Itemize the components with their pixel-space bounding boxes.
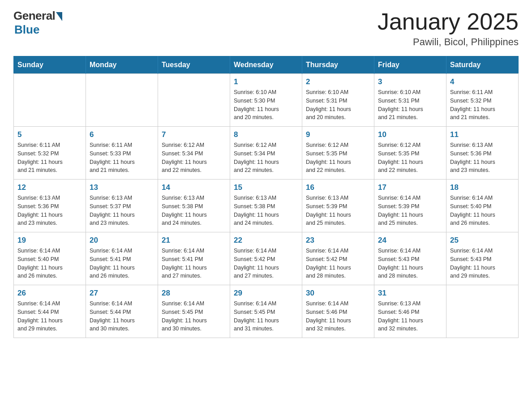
day-info: Sunrise: 6:14 AM Sunset: 5:39 PM Dayligh… bbox=[378, 194, 442, 227]
day-info: Sunrise: 6:13 AM Sunset: 5:38 PM Dayligh… bbox=[234, 194, 298, 227]
calendar-cell: 17Sunrise: 6:14 AM Sunset: 5:39 PM Dayli… bbox=[374, 180, 446, 232]
day-info: Sunrise: 6:10 AM Sunset: 5:31 PM Dayligh… bbox=[378, 88, 442, 122]
calendar-table: SundayMondayTuesdayWednesdayThursdayFrid… bbox=[13, 56, 519, 338]
calendar-cell: 8Sunrise: 6:12 AM Sunset: 5:34 PM Daylig… bbox=[230, 127, 302, 180]
day-number: 22 bbox=[234, 236, 298, 245]
calendar-cell bbox=[158, 74, 230, 127]
day-info: Sunrise: 6:10 AM Sunset: 5:30 PM Dayligh… bbox=[234, 88, 298, 122]
calendar-cell: 19Sunrise: 6:14 AM Sunset: 5:40 PM Dayli… bbox=[14, 232, 86, 285]
day-info: Sunrise: 6:14 AM Sunset: 5:41 PM Dayligh… bbox=[90, 247, 154, 280]
logo-blue-text: Blue bbox=[14, 23, 39, 37]
day-info: Sunrise: 6:13 AM Sunset: 5:39 PM Dayligh… bbox=[306, 194, 370, 227]
day-number: 6 bbox=[90, 130, 154, 139]
day-number: 17 bbox=[378, 183, 442, 192]
day-number: 26 bbox=[17, 289, 82, 298]
calendar-cell: 11Sunrise: 6:13 AM Sunset: 5:36 PM Dayli… bbox=[446, 127, 519, 180]
day-header-wednesday: Wednesday bbox=[230, 56, 302, 74]
day-number: 1 bbox=[234, 77, 298, 86]
calendar-cell: 20Sunrise: 6:14 AM Sunset: 5:41 PM Dayli… bbox=[86, 232, 158, 285]
calendar-cell: 21Sunrise: 6:14 AM Sunset: 5:41 PM Dayli… bbox=[158, 232, 230, 285]
logo-general-text: General bbox=[13, 9, 55, 23]
calendar-week-row: 1Sunrise: 6:10 AM Sunset: 5:30 PM Daylig… bbox=[14, 74, 519, 127]
day-number: 2 bbox=[306, 77, 370, 86]
calendar-cell: 3Sunrise: 6:10 AM Sunset: 5:31 PM Daylig… bbox=[374, 74, 446, 127]
day-number: 24 bbox=[378, 236, 442, 245]
day-info: Sunrise: 6:14 AM Sunset: 5:40 PM Dayligh… bbox=[450, 194, 515, 227]
day-info: Sunrise: 6:14 AM Sunset: 5:40 PM Dayligh… bbox=[17, 247, 82, 280]
day-header-friday: Friday bbox=[374, 56, 446, 74]
day-number: 11 bbox=[450, 130, 515, 139]
day-info: Sunrise: 6:11 AM Sunset: 5:33 PM Dayligh… bbox=[90, 141, 154, 175]
day-info: Sunrise: 6:12 AM Sunset: 5:35 PM Dayligh… bbox=[378, 141, 442, 175]
calendar-cell: 18Sunrise: 6:14 AM Sunset: 5:40 PM Dayli… bbox=[446, 180, 519, 232]
day-number: 3 bbox=[378, 77, 442, 86]
calendar-week-row: 5Sunrise: 6:11 AM Sunset: 5:32 PM Daylig… bbox=[14, 127, 519, 180]
calendar-cell: 28Sunrise: 6:14 AM Sunset: 5:45 PM Dayli… bbox=[158, 285, 230, 338]
day-number: 21 bbox=[162, 236, 226, 245]
day-header-saturday: Saturday bbox=[446, 56, 519, 74]
calendar-cell: 14Sunrise: 6:13 AM Sunset: 5:38 PM Dayli… bbox=[158, 180, 230, 232]
day-info: Sunrise: 6:14 AM Sunset: 5:43 PM Dayligh… bbox=[378, 247, 442, 280]
calendar-week-row: 19Sunrise: 6:14 AM Sunset: 5:40 PM Dayli… bbox=[14, 232, 519, 285]
day-number: 25 bbox=[450, 236, 515, 245]
day-info: Sunrise: 6:14 AM Sunset: 5:44 PM Dayligh… bbox=[17, 300, 82, 333]
day-number: 14 bbox=[162, 183, 226, 192]
day-info: Sunrise: 6:14 AM Sunset: 5:45 PM Dayligh… bbox=[162, 300, 226, 333]
day-number: 29 bbox=[234, 289, 298, 298]
day-info: Sunrise: 6:11 AM Sunset: 5:32 PM Dayligh… bbox=[17, 141, 82, 175]
day-info: Sunrise: 6:14 AM Sunset: 5:42 PM Dayligh… bbox=[306, 247, 370, 280]
day-number: 15 bbox=[234, 183, 298, 192]
day-number: 20 bbox=[90, 236, 154, 245]
calendar-subtitle: Pawili, Bicol, Philippines bbox=[378, 36, 519, 48]
calendar-cell: 4Sunrise: 6:11 AM Sunset: 5:32 PM Daylig… bbox=[446, 74, 519, 127]
calendar-cell bbox=[446, 285, 519, 338]
day-number: 4 bbox=[450, 77, 515, 86]
day-number: 13 bbox=[90, 183, 154, 192]
calendar-week-row: 26Sunrise: 6:14 AM Sunset: 5:44 PM Dayli… bbox=[14, 285, 519, 338]
day-number: 31 bbox=[378, 289, 442, 298]
calendar-cell: 26Sunrise: 6:14 AM Sunset: 5:44 PM Dayli… bbox=[14, 285, 86, 338]
day-number: 19 bbox=[17, 236, 82, 245]
day-number: 7 bbox=[162, 130, 226, 139]
calendar-cell: 23Sunrise: 6:14 AM Sunset: 5:42 PM Dayli… bbox=[302, 232, 374, 285]
day-info: Sunrise: 6:14 AM Sunset: 5:44 PM Dayligh… bbox=[90, 300, 154, 333]
calendar-cell: 16Sunrise: 6:13 AM Sunset: 5:39 PM Dayli… bbox=[302, 180, 374, 232]
calendar-cell: 30Sunrise: 6:14 AM Sunset: 5:46 PM Dayli… bbox=[302, 285, 374, 338]
day-info: Sunrise: 6:13 AM Sunset: 5:36 PM Dayligh… bbox=[17, 194, 82, 227]
calendar-cell: 27Sunrise: 6:14 AM Sunset: 5:44 PM Dayli… bbox=[86, 285, 158, 338]
day-info: Sunrise: 6:12 AM Sunset: 5:35 PM Dayligh… bbox=[306, 141, 370, 175]
calendar-cell: 24Sunrise: 6:14 AM Sunset: 5:43 PM Dayli… bbox=[374, 232, 446, 285]
calendar-cell: 7Sunrise: 6:12 AM Sunset: 5:34 PM Daylig… bbox=[158, 127, 230, 180]
calendar-week-row: 12Sunrise: 6:13 AM Sunset: 5:36 PM Dayli… bbox=[14, 180, 519, 232]
calendar-cell: 29Sunrise: 6:14 AM Sunset: 5:45 PM Dayli… bbox=[230, 285, 302, 338]
calendar-cell: 13Sunrise: 6:13 AM Sunset: 5:37 PM Dayli… bbox=[86, 180, 158, 232]
calendar-cell: 31Sunrise: 6:13 AM Sunset: 5:46 PM Dayli… bbox=[374, 285, 446, 338]
day-number: 9 bbox=[306, 130, 370, 139]
day-header-thursday: Thursday bbox=[302, 56, 374, 74]
calendar-cell: 1Sunrise: 6:10 AM Sunset: 5:30 PM Daylig… bbox=[230, 74, 302, 127]
calendar-cell: 2Sunrise: 6:10 AM Sunset: 5:31 PM Daylig… bbox=[302, 74, 374, 127]
day-number: 18 bbox=[450, 183, 515, 192]
calendar-cell: 12Sunrise: 6:13 AM Sunset: 5:36 PM Dayli… bbox=[14, 180, 86, 232]
logo: General Blue bbox=[13, 9, 62, 37]
calendar-cell: 5Sunrise: 6:11 AM Sunset: 5:32 PM Daylig… bbox=[14, 127, 86, 180]
logo-triangle-icon bbox=[56, 12, 62, 21]
calendar-cell: 6Sunrise: 6:11 AM Sunset: 5:33 PM Daylig… bbox=[86, 127, 158, 180]
calendar-cell: 15Sunrise: 6:13 AM Sunset: 5:38 PM Dayli… bbox=[230, 180, 302, 232]
day-number: 12 bbox=[17, 183, 82, 192]
calendar-cell: 22Sunrise: 6:14 AM Sunset: 5:42 PM Dayli… bbox=[230, 232, 302, 285]
day-info: Sunrise: 6:12 AM Sunset: 5:34 PM Dayligh… bbox=[234, 141, 298, 175]
day-info: Sunrise: 6:12 AM Sunset: 5:34 PM Dayligh… bbox=[162, 141, 226, 175]
day-number: 8 bbox=[234, 130, 298, 139]
day-info: Sunrise: 6:13 AM Sunset: 5:38 PM Dayligh… bbox=[162, 194, 226, 227]
title-block: January 2025 Pawili, Bicol, Philippines bbox=[378, 9, 519, 48]
calendar-header-row: SundayMondayTuesdayWednesdayThursdayFrid… bbox=[14, 56, 519, 74]
day-info: Sunrise: 6:13 AM Sunset: 5:46 PM Dayligh… bbox=[378, 300, 442, 333]
calendar-cell: 25Sunrise: 6:14 AM Sunset: 5:43 PM Dayli… bbox=[446, 232, 519, 285]
day-number: 28 bbox=[162, 289, 226, 298]
day-number: 23 bbox=[306, 236, 370, 245]
day-info: Sunrise: 6:13 AM Sunset: 5:37 PM Dayligh… bbox=[90, 194, 154, 227]
day-number: 5 bbox=[17, 130, 82, 139]
day-info: Sunrise: 6:13 AM Sunset: 5:36 PM Dayligh… bbox=[450, 141, 515, 175]
day-info: Sunrise: 6:10 AM Sunset: 5:31 PM Dayligh… bbox=[306, 88, 370, 122]
